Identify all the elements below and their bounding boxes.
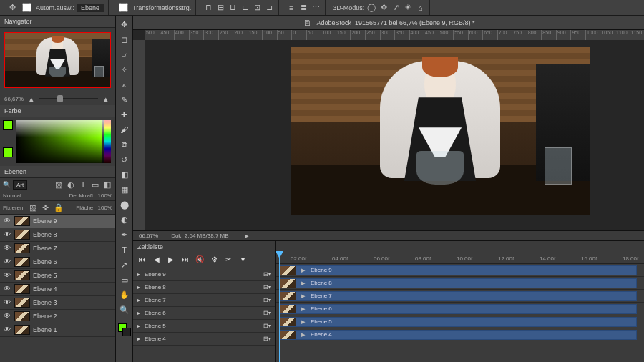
lock-all-icon[interactable]: 🔒 xyxy=(54,202,64,212)
visibility-icon[interactable]: 👁 xyxy=(3,326,11,334)
lasso-tool[interactable]: ⟉ xyxy=(118,49,131,60)
video-clip[interactable]: ▸Ebene 4 xyxy=(279,330,637,340)
chevron-right-icon[interactable]: ▸ xyxy=(137,336,140,342)
visibility-icon[interactable]: 👁 xyxy=(3,230,11,239)
fill-value[interactable]: 100% xyxy=(98,205,112,211)
timeline-track[interactable]: ▸Ebene 8⊟▾ xyxy=(133,281,275,294)
visibility-icon[interactable]: 👁 xyxy=(3,217,11,225)
document-tab[interactable]: 🖹 AdobeStock_191565771 bei 66,7% (Ebene … xyxy=(133,16,644,30)
zoom-tool[interactable]: 🔍 xyxy=(118,304,131,315)
goto-start-icon[interactable]: ⏮ xyxy=(137,255,147,265)
zoom-slider[interactable] xyxy=(39,98,98,99)
layer-row[interactable]: 👁Ebene 9 xyxy=(0,215,115,228)
type-tool[interactable]: T xyxy=(118,244,131,255)
track-menu-icon[interactable]: ⊟▾ xyxy=(263,284,271,290)
crop-tool[interactable]: ⟁ xyxy=(118,79,131,90)
mute-icon[interactable]: 🔇 xyxy=(195,255,205,265)
video-clip[interactable]: ▸Ebene 5 xyxy=(279,317,637,327)
layer-row[interactable]: 👁Ebene 1 xyxy=(0,323,115,337)
clip-chevron-icon[interactable]: ▸ xyxy=(298,278,308,288)
marquee-tool[interactable]: ◻ xyxy=(118,34,131,45)
brush-tool[interactable]: 🖌 xyxy=(118,124,131,135)
chevron-right-icon[interactable]: ▸ xyxy=(137,284,140,290)
zoom-in-icon[interactable]: ▴ xyxy=(101,94,111,104)
hand-tool[interactable]: ✋ xyxy=(118,289,131,300)
video-clip[interactable]: ▸Ebene 7 xyxy=(279,291,637,301)
gradient-tool[interactable]: ▦ xyxy=(118,184,131,195)
visibility-icon[interactable]: 👁 xyxy=(3,312,11,321)
track-menu-icon[interactable]: ⊟▾ xyxy=(263,297,271,303)
auto-select-target[interactable]: Ebene xyxy=(77,4,104,12)
history-brush-tool[interactable]: ↺ xyxy=(118,154,131,165)
play-icon[interactable]: ▶ xyxy=(166,255,176,265)
scale-icon[interactable]: ⤢ xyxy=(391,3,401,13)
color-swatches[interactable] xyxy=(118,323,131,336)
transform-checkbox[interactable] xyxy=(119,3,128,12)
dodge-tool[interactable]: ◐ xyxy=(118,214,131,225)
visibility-icon[interactable]: 👁 xyxy=(3,285,11,293)
stamp-tool[interactable]: ⧉ xyxy=(118,139,131,150)
wand-tool[interactable]: ✧ xyxy=(118,64,131,75)
align-bottom-icon[interactable]: ⊔ xyxy=(228,3,238,13)
align-hcenter-icon[interactable]: ⊡ xyxy=(252,3,262,13)
filter-type-icon[interactable]: T xyxy=(78,180,88,190)
layer-row[interactable]: 👁Ebene 4 xyxy=(0,283,115,296)
align-top-icon[interactable]: ⊓ xyxy=(203,3,213,13)
visibility-icon[interactable]: 👁 xyxy=(3,258,11,266)
chevron-right-icon[interactable]: ▸ xyxy=(137,297,140,303)
clip-chevron-icon[interactable]: ▸ xyxy=(298,265,308,275)
visibility-icon[interactable]: 👁 xyxy=(3,271,11,280)
track-menu-icon[interactable]: ⊟▾ xyxy=(263,271,271,278)
zoom-out-icon[interactable]: ▴ xyxy=(26,94,36,104)
video-clip[interactable]: ▸Ebene 6 xyxy=(279,304,637,314)
blur-tool[interactable]: ⬤ xyxy=(118,199,131,210)
heal-tool[interactable]: ✚ xyxy=(118,109,131,120)
timeline-track[interactable]: ▸Ebene 7⊟▾ xyxy=(133,294,275,307)
auto-select-checkbox[interactable] xyxy=(22,3,31,12)
eraser-tool[interactable]: ◧ xyxy=(118,169,131,180)
filter-adjust-icon[interactable]: ◐ xyxy=(66,180,76,190)
filter-smart-icon[interactable]: ◧ xyxy=(102,180,112,190)
more-icon[interactable]: ⋯ xyxy=(311,3,321,13)
timeline-track[interactable]: ▸Ebene 5⊟▾ xyxy=(133,320,275,333)
color-picker[interactable] xyxy=(16,120,111,163)
layer-row[interactable]: 👁Ebene 6 xyxy=(0,255,115,269)
prev-frame-icon[interactable]: ◀ xyxy=(152,255,162,265)
chevron-right-icon[interactable]: ▸ xyxy=(137,310,140,316)
track-menu-icon[interactable]: ⊟▾ xyxy=(263,336,271,342)
pen-tool[interactable]: ✒ xyxy=(118,229,131,240)
canvas-area[interactable]: 5004504003503002502001501005005010015020… xyxy=(133,30,644,230)
fg-swatch[interactable] xyxy=(3,120,13,130)
dist-1-icon[interactable]: ≡ xyxy=(286,3,296,13)
timeline-track[interactable]: ▸Ebene 4⊟▾ xyxy=(133,333,275,346)
track-menu-icon[interactable]: ⊟▾ xyxy=(263,310,271,316)
pan-icon[interactable]: ✥ xyxy=(379,3,389,13)
lock-position-icon[interactable]: ✜ xyxy=(41,202,51,212)
navigator-thumbnail[interactable] xyxy=(4,32,111,88)
timeline-track[interactable]: ▸Ebene 9⊟▾ xyxy=(133,268,275,281)
clip-chevron-icon[interactable]: ▸ xyxy=(298,291,308,301)
bg-swatch[interactable] xyxy=(3,147,13,157)
playhead[interactable] xyxy=(279,251,280,362)
layer-row[interactable]: 👁Ebene 5 xyxy=(0,269,115,283)
visibility-icon[interactable]: 👁 xyxy=(3,244,11,253)
filter-pixel-icon[interactable]: ▧ xyxy=(54,180,64,190)
opacity-value[interactable]: 100% xyxy=(98,192,112,199)
canvas[interactable] xyxy=(291,47,590,215)
status-zoom[interactable]: 66,67% xyxy=(139,233,158,239)
lock-pixels-icon[interactable]: ▨ xyxy=(28,202,38,212)
orbit-icon[interactable]: ◯ xyxy=(366,3,376,13)
clip-chevron-icon[interactable]: ▸ xyxy=(298,317,308,327)
chevron-right-icon[interactable]: ▸ xyxy=(137,323,140,329)
align-left-icon[interactable]: ⊏ xyxy=(240,3,250,13)
timeline-track[interactable]: ▸Ebene 6⊟▾ xyxy=(133,307,275,320)
next-frame-icon[interactable]: ⏭ xyxy=(180,255,190,265)
filter-shape-icon[interactable]: ▭ xyxy=(90,180,100,190)
camera-icon[interactable]: ⌂ xyxy=(415,3,425,13)
blend-mode[interactable]: Normal xyxy=(3,192,44,199)
chevron-right-icon[interactable]: ▸ xyxy=(137,271,140,278)
split-icon[interactable]: ✂ xyxy=(223,255,233,265)
align-vcenter-icon[interactable]: ⊟ xyxy=(215,3,225,13)
clip-chevron-icon[interactable]: ▸ xyxy=(298,304,308,314)
path-tool[interactable]: ↗ xyxy=(118,259,131,270)
